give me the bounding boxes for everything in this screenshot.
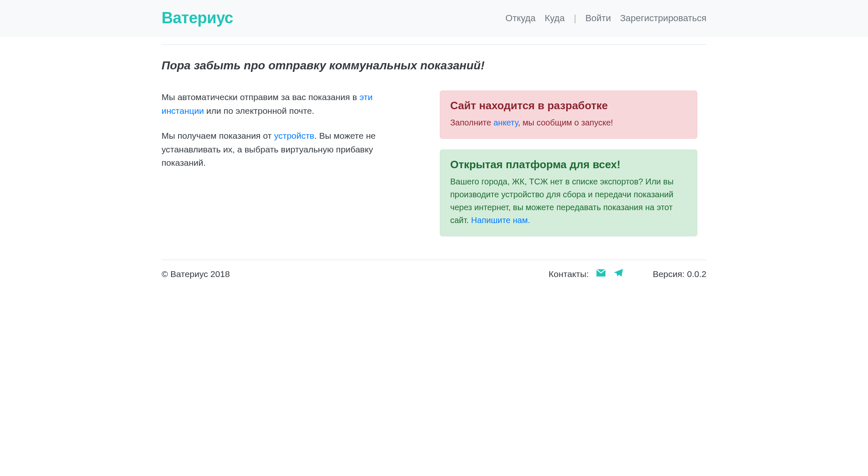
column-left: Мы автоматически отправим за вас показан… [162,91,411,182]
footer-copyright: © Ватериус 2018 [162,269,230,279]
p2-text-a: Мы получаем показания от [162,131,274,140]
nav-register[interactable]: Зарегистрироваться [620,13,706,24]
contacts-label: Контакты: [549,269,589,279]
nav-from[interactable]: Откуда [505,13,535,24]
main-container: Пора забыть про отправку коммунальных по… [161,44,707,297]
link-devices[interactable]: устройств [274,131,314,140]
footer: © Ватериус 2018 Контакты: Версия: 0.0.2 [162,267,706,280]
alert-success-body: Вашего города, ЖК, ТСЖ нет в списке эксп… [450,175,687,227]
footer-version: Версия: 0.0.2 [653,269,706,279]
p1-text-b: или по электронной почте. [204,106,314,115]
link-contact-us[interactable]: Напишите нам. [471,216,530,225]
nav-divider: | [574,13,576,24]
footer-right-group: Контакты: Версия: 0.0.2 [549,267,706,280]
telegram-icon[interactable] [613,267,624,280]
alert-danger-title: Сайт находится в разработке [450,99,687,112]
alert-open-platform: Открытая платформа для всех! Вашего горо… [440,150,697,236]
link-survey[interactable]: анкету [493,118,518,127]
alert-danger-text-a: Заполните [450,118,493,127]
alert-under-construction: Сайт находится в разработке Заполните ан… [440,91,697,139]
alert-danger-text-b: , мы сообщим о запуске! [518,118,613,127]
nav-login[interactable]: Войти [585,13,611,24]
intro-paragraph-2: Мы получаем показания от устройств. Вы м… [162,129,411,170]
p1-text-a: Мы автоматически отправим за вас показан… [162,92,360,102]
mail-icon[interactable] [596,267,606,280]
top-rule [162,44,706,45]
topbar: Ватериус Откуда Куда | Войти Зарегистрир… [0,0,868,37]
top-nav: Откуда Куда | Войти Зарегистрироваться [505,13,706,24]
footer-contacts: Контакты: [549,267,624,280]
brand-logo[interactable]: Ватериус [162,9,233,27]
column-right: Сайт находится в разработке Заполните ан… [440,91,697,247]
nav-to[interactable]: Куда [545,13,565,24]
bottom-rule [162,260,706,260]
content-columns: Мы автоматически отправим за вас показан… [162,91,706,247]
alert-danger-body: Заполните анкету, мы сообщим о запуске! [450,116,687,129]
tagline: Пора забыть про отправку коммунальных по… [162,59,706,72]
alert-success-title: Открытая платформа для всех! [450,158,687,171]
intro-paragraph-1: Мы автоматически отправим за вас показан… [162,91,411,118]
